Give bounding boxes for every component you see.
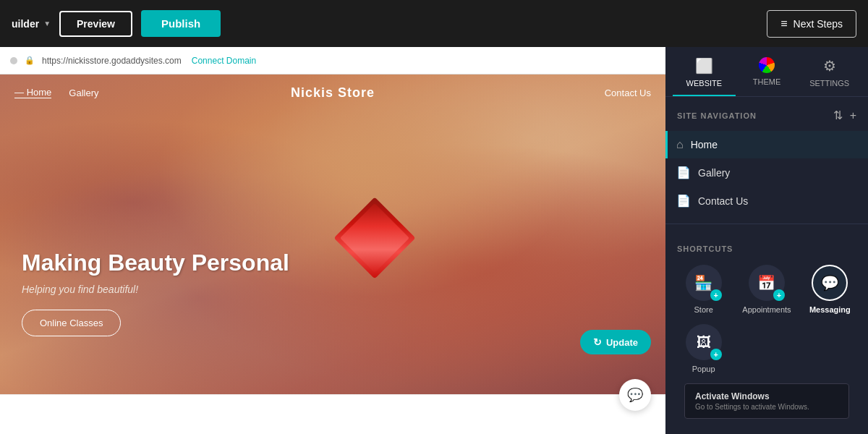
connect-domain-link[interactable]: Connect Domain [192, 56, 256, 66]
next-steps-button[interactable]: ≡ Next Steps [767, 10, 856, 38]
panel-tabs: ⬜ WEBSITE THEME ⚙ SETTINGS [665, 47, 868, 97]
store-label: Store [694, 305, 713, 314]
tab-website[interactable]: ⬜ WEBSITE [673, 57, 736, 96]
chevron-down-icon: ▼ [43, 20, 51, 27]
site-navigation-title: SITE NAVIGATION [677, 111, 757, 120]
publish-button[interactable]: Publish [141, 10, 221, 37]
activate-windows-title: Activate Windows [695, 391, 838, 401]
builder-label: uilder [12, 18, 39, 30]
page-icon-contact: 📄 [676, 194, 691, 208]
appointments-plus-icon: + [773, 289, 785, 301]
builder-logo[interactable]: uilder ▼ [12, 18, 51, 30]
nav-item-gallery[interactable]: 📄 Gallery [665, 158, 868, 187]
nav-item-contact-label: Contact Us [698, 195, 748, 207]
page-icon-gallery: 📄 [676, 166, 691, 179]
activate-windows-sub: Go to Settings to activate Windows. [695, 403, 838, 411]
browser-url: https://nickisstore.godaddysites.com [42, 56, 182, 66]
hero-background [0, 75, 665, 394]
shortcut-store[interactable]: 🏪 + Store [677, 265, 730, 314]
main-layout: 🔒 https://nickisstore.godaddysites.com C… [0, 47, 868, 434]
nav-item-contact[interactable]: 📄 Contact Us [665, 187, 868, 215]
site-nav-home-link[interactable]: — Home [14, 87, 51, 98]
canvas-area: 🔒 https://nickisstore.godaddysites.com C… [0, 47, 665, 434]
site-title: Nickis Store [291, 85, 375, 101]
shortcut-appointments[interactable]: 📅 + Appointments [740, 265, 793, 314]
shortcuts-title: SHORTCUTS [677, 244, 856, 253]
site-navigation-header: SITE NAVIGATION ⇅ + [665, 109, 868, 131]
tab-theme-label: THEME [753, 77, 781, 86]
top-bar: uilder ▼ Preview Publish ≡ Next Steps [0, 0, 868, 47]
messaging-icon-wrap: 💬 [812, 265, 848, 301]
tab-website-label: WEBSITE [686, 79, 723, 88]
divider [665, 224, 868, 224]
nav-item-home[interactable]: ⌂ Home [665, 131, 868, 158]
next-steps-label: Next Steps [793, 18, 843, 30]
update-label: Update [606, 337, 638, 348]
add-nav-item-button[interactable]: + [850, 109, 856, 122]
site-nav-right: Contact Us [605, 86, 651, 99]
filter-icon-button[interactable]: ⇅ [833, 109, 843, 122]
nav-item-gallery-label: Gallery [698, 167, 730, 179]
popup-label: Popup [692, 365, 715, 373]
update-button[interactable]: ↻ Update [580, 330, 651, 354]
site-nav-overlay: — Home Gallery Nickis Store Contact Us [0, 75, 665, 111]
store-plus-icon: + [710, 289, 722, 301]
list-icon: ≡ [780, 17, 787, 30]
site-nav-left: — Home Gallery [14, 87, 99, 98]
white-section: 💬 [0, 394, 665, 434]
site-preview: — Home Gallery Nickis Store Contact Us M… [0, 75, 665, 394]
shortcut-popup[interactable]: 🖼 + Popup [677, 324, 730, 373]
store-icon: 🏪 [694, 274, 712, 292]
lock-icon: 🔒 [25, 56, 35, 65]
popup-plus-icon: + [710, 349, 722, 360]
preview-button[interactable]: Preview [59, 11, 132, 37]
update-icon: ↻ [593, 336, 602, 348]
site-nav-contact-link[interactable]: Contact Us [605, 88, 651, 98]
panel-content: SITE NAVIGATION ⇅ + ⌂ Home 📄 Gallery 📄 C… [665, 97, 868, 434]
theme-color-icon [759, 57, 775, 73]
shortcuts-grid-row1: 🏪 + Store 📅 + Appointments [677, 265, 856, 314]
messaging-label: Messaging [809, 305, 851, 314]
popup-icon-wrap: 🖼 + [686, 324, 722, 360]
activate-windows-banner: Activate Windows Go to Settings to activ… [684, 383, 849, 419]
appointments-label: Appointments [742, 305, 791, 314]
browser-dot [10, 57, 17, 64]
home-icon: ⌂ [676, 138, 684, 151]
nav-item-home-label: Home [691, 139, 718, 150]
tab-settings-label: SETTINGS [809, 79, 849, 88]
browser-bar: 🔒 https://nickisstore.godaddysites.com C… [0, 47, 665, 75]
messaging-icon: 💬 [821, 274, 839, 292]
section-actions: ⇅ + [833, 109, 856, 122]
right-panel: ⬜ WEBSITE THEME ⚙ SETTINGS SITE NAVIGATI… [665, 47, 868, 434]
shortcuts-grid-row2: 🖼 + Popup [677, 324, 856, 373]
site-nav-gallery-link[interactable]: Gallery [69, 88, 98, 98]
chat-float-button[interactable]: 💬 [619, 379, 651, 411]
popup-icon: 🖼 [697, 334, 711, 351]
shortcut-messaging[interactable]: 💬 Messaging [804, 265, 856, 314]
store-icon-wrap: 🏪 + [686, 265, 722, 301]
hero-content: Making Beauty Personal Helping you find … [22, 250, 289, 336]
tab-settings[interactable]: ⚙ SETTINGS [798, 57, 861, 96]
hero-heading: Making Beauty Personal [22, 250, 289, 276]
appointments-icon-wrap: 📅 + [749, 265, 785, 301]
tab-theme[interactable]: THEME [736, 57, 799, 96]
gear-icon: ⚙ [823, 57, 836, 75]
shortcuts-section: SHORTCUTS 🏪 + Store 📅 + [665, 233, 868, 430]
appointments-icon: 📅 [757, 274, 775, 292]
hero-subtext: Helping you find beautiful! [22, 284, 289, 295]
online-classes-button[interactable]: Online Classes [22, 310, 121, 336]
monitor-icon: ⬜ [695, 57, 713, 75]
